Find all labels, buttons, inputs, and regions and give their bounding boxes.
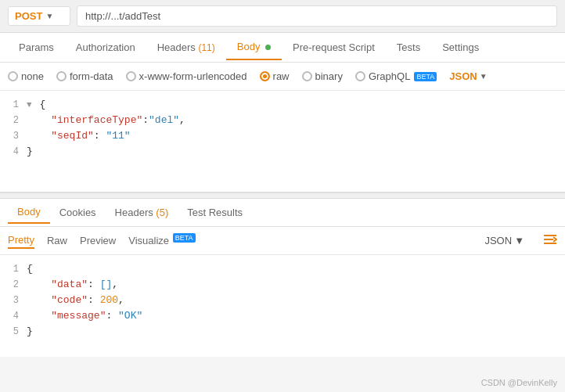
json-format-label: JSON [449,70,477,82]
tab-headers[interactable]: Headers (11) [146,35,226,59]
radio-none [8,71,18,81]
resp-key-3: "message" [51,310,106,322]
bottom-tab-cookies-label: Cookies [59,207,96,218]
collapse-arrow-1[interactable]: ▼ [27,100,32,110]
wrap-icon[interactable] [543,233,557,249]
method-label: POST [15,10,42,22]
radio-binary [302,71,312,81]
tab-settings-label: Settings [442,41,479,53]
bottom-tab-test-results[interactable]: Test Results [178,202,252,223]
format-raw-label: Raw [47,235,67,246]
bottom-tab-headers-label: Headers (5) [115,207,169,218]
section-divider [0,192,565,199]
format-preview-label: Preview [80,235,116,246]
radio-raw [260,71,270,81]
radio-graphql [355,71,365,81]
req-key-2: "seqId" [51,130,94,142]
method-select[interactable]: POST ▼ [8,6,70,26]
resp-json-format-label: JSON [484,235,512,246]
req-line-1: 1 ▼ { [0,97,565,113]
json-format-dropdown[interactable]: JSON ▼ [449,70,487,82]
resp-content-3: "code": 200, [27,293,562,308]
option-binary[interactable]: binary [302,70,343,82]
resp-line-2: 2 "data": [], [0,277,565,293]
tab-settings[interactable]: Settings [431,35,490,59]
resp-content-4: "message": "OK" [27,308,562,324]
option-none-label: none [21,70,44,82]
resp-val-1: [] [100,279,113,290]
headers-badge: (11) [198,42,214,53]
resp-val-2: 200 [100,294,118,306]
req-brace-close: } [27,146,33,157]
resp-line-5: 5 } [0,324,565,340]
resp-brace-open: { [27,263,33,275]
req-val-1: "del" [149,114,179,126]
req-linenum-2: 2 [3,113,27,128]
req-linenum-1: 1 [3,97,27,113]
tab-prerequest[interactable]: Pre-request Script [282,35,386,59]
format-pretty[interactable]: Pretty [8,232,34,249]
resp-linenum-3: 3 [3,293,27,308]
format-visualize[interactable]: Visualize BETA [128,232,195,248]
method-chevron: ▼ [45,12,53,20]
bottom-tab-cookies[interactable]: Cookies [50,202,106,223]
tab-params[interactable]: Params [8,35,65,59]
url-input[interactable] [77,5,557,27]
option-raw[interactable]: raw [260,70,290,82]
main-tabs: Params Authorization Headers (11) Body P… [0,33,565,63]
tab-authorization-label: Authorization [76,41,135,53]
req-line-2: 2 "interfaceType":"del", [0,113,565,128]
option-none[interactable]: none [8,70,44,82]
req-content-4: } [27,144,562,160]
request-code-area: 1 ▼ { 2 "interfaceType":"del", 3 "seqId"… [0,91,565,192]
req-content-1: ▼ { [27,97,562,113]
tab-body[interactable]: Body [226,34,282,60]
option-graphql-label: GraphQL [369,70,410,82]
format-raw[interactable]: Raw [47,233,67,248]
option-urlencoded-label: x-www-form-urlencoded [139,70,247,82]
req-content-3: "seqId": "11" [27,128,562,144]
response-code-area: 1 { 2 "data": [], 3 "code": 200, 4 "mess… [0,255,565,357]
resp-line-3: 3 "code": 200, [0,293,565,308]
option-binary-label: binary [315,70,343,82]
visualize-beta-badge: BETA [173,233,196,243]
option-raw-label: raw [273,70,290,82]
option-graphql[interactable]: GraphQL BETA [355,70,437,82]
req-linenum-3: 3 [3,128,27,144]
tab-authorization[interactable]: Authorization [65,35,146,59]
tab-params-label: Params [19,41,54,53]
req-line-3: 3 "seqId": "11" [0,128,565,144]
resp-linenum-4: 4 [3,308,27,324]
bottom-tab-body-label: Body [17,206,41,218]
tab-tests[interactable]: Tests [386,35,431,59]
resp-content-5: } [27,324,562,340]
option-form-data-label: form-data [70,70,113,82]
response-format-bar: Pretty Raw Preview Visualize BETA JSON ▼ [0,227,565,255]
bottom-tab-headers[interactable]: Headers (5) [106,202,178,223]
resp-content-2: "data": [], [27,277,562,293]
resp-key-1: "data" [51,279,88,290]
resp-headers-badge: (5) [156,207,168,218]
bottom-tab-test-results-label: Test Results [187,207,243,218]
req-brace-open: { [39,99,45,110]
format-preview[interactable]: Preview [80,233,116,248]
resp-line-1: 1 { [0,261,565,277]
bottom-tabs: Body Cookies Headers (5) Test Results [0,199,565,227]
req-key-1: "interfaceType" [51,114,142,126]
bottom-tab-body[interactable]: Body [8,201,50,224]
req-linenum-4: 4 [3,144,27,160]
resp-linenum-1: 1 [3,261,27,277]
url-bar: POST ▼ [0,0,565,33]
resp-json-format-dropdown[interactable]: JSON ▼ [484,235,524,246]
resp-linenum-2: 2 [3,277,27,293]
format-visualize-label: Visualize [128,236,169,247]
option-urlencoded[interactable]: x-www-form-urlencoded [126,70,247,82]
req-content-2: "interfaceType":"del", [27,113,562,128]
option-form-data[interactable]: form-data [56,70,113,82]
resp-linenum-5: 5 [3,324,27,340]
resp-key-2: "code" [51,294,88,306]
tab-headers-label: Headers (11) [157,41,215,53]
graphql-beta-badge: BETA [414,72,437,81]
resp-brace-close: } [27,325,33,337]
radio-form-data [56,71,67,81]
